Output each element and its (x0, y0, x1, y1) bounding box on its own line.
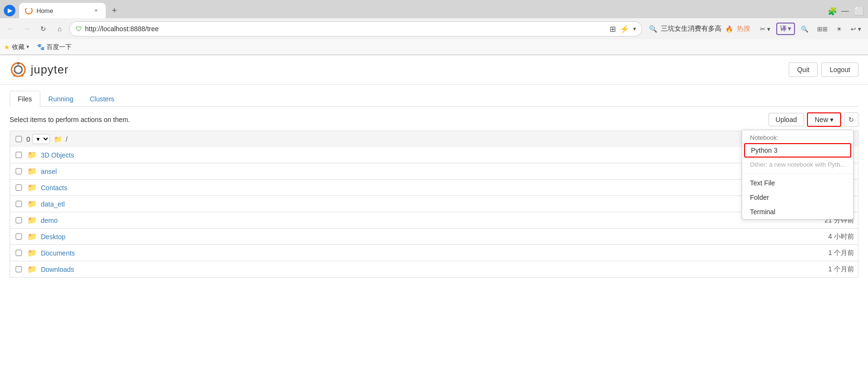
window-controls: 🧩 — ⬜ (828, 7, 864, 14)
fm-actions: Upload New ▾ ↻ (769, 112, 858, 127)
address-right-controls: ⊞ ⚡ ▾ (610, 24, 636, 34)
jupyter-header: jupyter Quit Logout (0, 55, 868, 85)
file-counter: 0 ▾ (26, 134, 50, 144)
theme-button[interactable]: ☀ (833, 24, 845, 34)
notebook-section-label: Notebook: (742, 130, 853, 143)
new-tab-button[interactable]: + (108, 4, 121, 17)
main-content: Files Running Clusters Select items to p… (0, 85, 868, 278)
new-dropdown-menu: Notebook: Python 3 Other: a new notebook… (742, 130, 854, 220)
translate-button[interactable]: 译 ▾ (776, 23, 795, 35)
file-checkbox-0[interactable] (14, 152, 24, 158)
scissors-button[interactable]: ✂ ▾ (757, 24, 773, 34)
address-input[interactable]: 🛡 http://localhost:8888/tree ⊞ ⚡ ▾ (69, 21, 642, 37)
star-icon: ★ (4, 43, 10, 51)
folder-icon-2: 📁 (27, 183, 37, 192)
folder-path-icon: 📁 (54, 135, 62, 143)
text-file-option[interactable]: Text File (742, 176, 853, 190)
home-button[interactable]: ⌂ (53, 22, 66, 36)
undo-button[interactable]: ↩ ▾ (848, 24, 864, 34)
jupyter-logo-text: jupyter (31, 63, 69, 76)
refresh-button[interactable]: ↻ (844, 112, 858, 127)
file-checkbox-1[interactable] (14, 168, 24, 174)
quit-button[interactable]: Quit (789, 62, 818, 77)
file-checkbox-2[interactable] (14, 184, 24, 191)
file-name-5[interactable]: Desktop (41, 233, 65, 241)
tab-files[interactable]: Files (10, 91, 40, 107)
tabs-row: Files Running Clusters (10, 85, 858, 107)
file-row: 📁 Contacts (10, 180, 858, 196)
file-time-5: 4 小时前 (828, 232, 854, 241)
grid-icon[interactable]: ⊞ (610, 24, 616, 34)
file-row: 📁 Downloads 1 个月前 (10, 261, 858, 278)
file-checkbox-7[interactable] (14, 266, 24, 272)
maximize-button[interactable]: ⬜ (855, 7, 862, 14)
tab-clusters[interactable]: Clusters (82, 91, 122, 107)
file-name-2[interactable]: Contacts (41, 184, 67, 192)
file-list-header: 0 ▾ 📁 / Name ↓ (10, 131, 858, 147)
file-list: 📁 3D Objects 📁 ansel 📁 Contacts 📁 data_e… (10, 147, 858, 278)
folder-option[interactable]: Folder (742, 190, 853, 205)
back-button[interactable]: ← (4, 22, 17, 36)
tab-bar: ▶ Home × + 🧩 — ⬜ (0, 0, 868, 18)
file-name-3[interactable]: data_etl (41, 200, 65, 208)
folder-icon-0: 📁 (27, 150, 37, 159)
folder-icon-5: 📁 (27, 232, 37, 241)
search-query-text: 三坑女生消费有多高 (661, 24, 721, 33)
apps-button[interactable]: ⊞⊞ (814, 24, 831, 34)
file-row: 📁 data_etl (10, 196, 858, 212)
favorites-chevron-icon: ▾ (26, 44, 29, 50)
select-all-checkbox[interactable] (14, 136, 24, 142)
extension-icon[interactable]: 🧩 (828, 7, 835, 14)
new-dropdown-icon: ▾ (830, 116, 833, 123)
search-engine-button[interactable]: 🔍 (798, 24, 811, 34)
file-row: 📁 Documents 1 个月前 (10, 245, 858, 261)
file-checkbox-4[interactable] (14, 217, 24, 223)
file-name-7[interactable]: Downloads (41, 266, 74, 273)
tab-loading-spinner (25, 7, 33, 14)
file-name-1[interactable]: ansel (41, 168, 57, 175)
other-notebook-option[interactable]: Other: a new notebook with Pyth... (742, 158, 853, 171)
file-checkbox-6[interactable] (14, 250, 24, 256)
lightning-icon[interactable]: ⚡ (620, 24, 629, 34)
browser-icon: ▶ (4, 5, 15, 16)
items-per-page-select[interactable]: ▾ (32, 134, 50, 144)
terminal-option[interactable]: Terminal (742, 205, 853, 219)
python3-option[interactable]: Python 3 (744, 143, 851, 158)
folder-icon-6: 📁 (27, 248, 37, 257)
baidu-icon: 🐾 (37, 43, 45, 50)
bookmark-favorites[interactable]: ★ 收藏 ▾ (4, 43, 29, 51)
minimize-button[interactable]: — (841, 7, 849, 14)
browser-tab-home[interactable]: Home × (19, 3, 106, 18)
search-icon: 🔍 (649, 25, 657, 33)
file-name-6[interactable]: Documents (41, 249, 75, 257)
svg-point-4 (21, 74, 24, 77)
new-button[interactable]: New ▾ (807, 112, 841, 127)
reload-button[interactable]: ↻ (37, 22, 50, 36)
dropdown-divider (742, 173, 853, 174)
address-bar: ← → ↻ ⌂ 🛡 http://localhost:8888/tree ⊞ ⚡… (0, 18, 868, 39)
file-row: 📁 demo 21 分钟前 (10, 212, 858, 229)
bookmarks-bar: ★ 收藏 ▾ 🐾 百度一下 (0, 39, 868, 55)
new-button-label: New (815, 116, 828, 123)
file-time-6: 1 个月前 (828, 249, 854, 257)
jupyter-logo: jupyter (10, 61, 69, 78)
file-name-0[interactable]: 3D Objects (41, 151, 74, 159)
upload-button[interactable]: Upload (769, 113, 804, 126)
file-name-4[interactable]: demo (41, 217, 58, 224)
address-chevron-icon[interactable]: ▾ (633, 25, 636, 32)
search-section: 🔍 三坑女生消费有多高 🔥 热搜 (649, 24, 750, 33)
tab-close-button[interactable]: × (92, 7, 100, 14)
file-time-7: 1 个月前 (828, 265, 854, 274)
hot-icon: 🔥 (725, 25, 733, 33)
file-row: 📁 Desktop 4 小时前 (10, 229, 858, 245)
file-checkbox-5[interactable] (14, 233, 24, 240)
svg-point-0 (12, 63, 25, 76)
folder-icon-3: 📁 (27, 199, 37, 208)
browser-toolbar-right: ✂ ▾ 译 ▾ 🔍 ⊞⊞ ☀ ↩ ▾ (757, 23, 864, 35)
file-checkbox-3[interactable] (14, 201, 24, 207)
hot-search-label: 热搜 (737, 24, 750, 33)
logout-button[interactable]: Logout (821, 62, 858, 77)
bookmark-baidu[interactable]: 🐾 百度一下 (37, 43, 72, 51)
forward-button[interactable]: → (20, 22, 34, 36)
tab-running[interactable]: Running (40, 91, 82, 107)
